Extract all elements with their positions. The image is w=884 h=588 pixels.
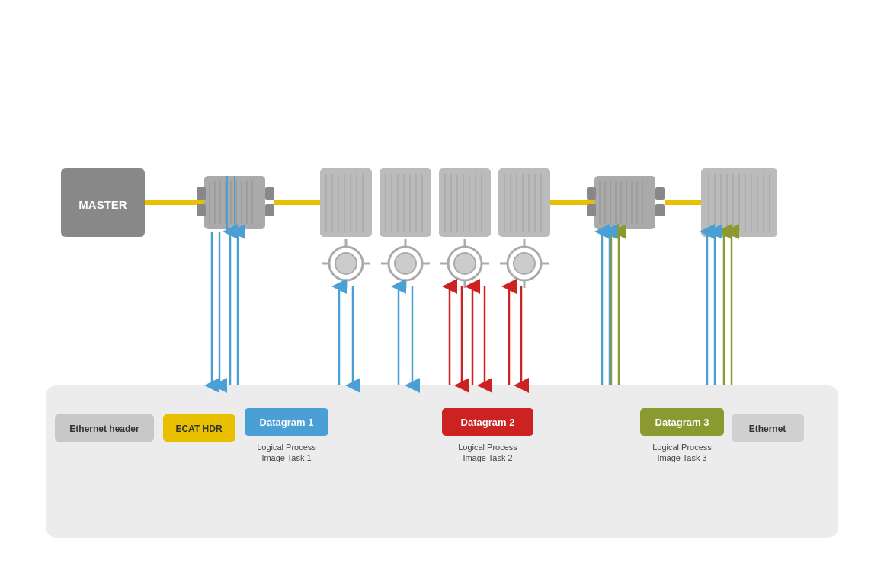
slave1 xyxy=(320,168,372,237)
legend-datagram1-sub2: Image Task 1 xyxy=(261,453,311,462)
hub1-conn-l1 xyxy=(197,187,206,200)
master-label: MASTER xyxy=(78,198,127,211)
motor3-inner xyxy=(454,253,476,274)
slave2 xyxy=(380,168,431,237)
hub1-conn-r1 xyxy=(265,187,274,200)
legend-ethernet-header-label: Ethernet header xyxy=(69,423,139,434)
legend-datagram2-sub2: Image Task 2 xyxy=(463,453,512,462)
legend-datagram3-sub2: Image Task 3 xyxy=(657,453,706,462)
legend-datagram3-sub1: Logical Process xyxy=(652,443,712,452)
legend-ecat-hdr-label: ECAT HDR xyxy=(175,423,222,434)
legend-datagram1-sub1: Logical Process xyxy=(257,443,316,452)
slave3 xyxy=(439,168,491,237)
diagram-container: MASTER xyxy=(38,35,846,553)
hub2-body xyxy=(594,176,655,229)
legend-datagram2-sub1: Logical Process xyxy=(458,443,517,452)
hub2-conn-r1 xyxy=(655,187,665,200)
motor4-inner xyxy=(514,253,535,274)
hub1-conn-r2 xyxy=(265,204,274,216)
hub2-conn-l1 xyxy=(587,187,596,200)
hub2-conn-l2 xyxy=(587,204,596,216)
hub2-conn-r2 xyxy=(655,204,665,216)
main-diagram: MASTER xyxy=(38,35,846,553)
hub1-conn-l2 xyxy=(197,204,206,216)
motor2-inner xyxy=(395,253,416,274)
legend-datagram3-label: Datagram 3 xyxy=(655,417,709,428)
legend-datagram2-label: Datagram 2 xyxy=(461,417,515,428)
motor1-inner xyxy=(335,253,357,274)
legend-ethernet-label: Ethernet xyxy=(749,423,786,434)
slave4 xyxy=(498,168,550,237)
legend-datagram1-label: Datagram 1 xyxy=(260,417,314,428)
